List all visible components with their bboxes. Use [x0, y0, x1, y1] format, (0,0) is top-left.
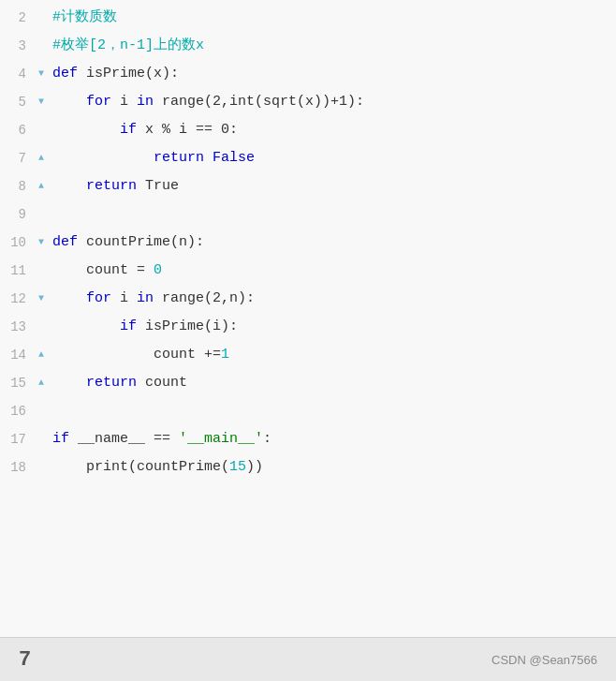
fold-icon[interactable]: ▲ — [34, 341, 49, 369]
code-content: for i in range(2,n): — [49, 285, 255, 313]
code-line: 17if __name__ == '__main__': — [0, 425, 616, 453]
code-content: def isPrime(x): — [49, 60, 179, 88]
code-line: 10▼def countPrime(n): — [0, 229, 616, 257]
line-number: 3 — [0, 32, 34, 60]
line-number: 15 — [0, 369, 34, 397]
fold-icon[interactable]: ▼ — [34, 88, 49, 116]
fold-icon[interactable]: ▼ — [34, 60, 49, 88]
line-number: 6 — [0, 116, 34, 144]
code-content: if __name__ == '__main__': — [49, 425, 271, 453]
brand-label: CSDN @Sean7566 — [491, 653, 597, 667]
code-line: 7▲ return False — [0, 144, 616, 172]
code-line: 13 if isPrime(i): — [0, 313, 616, 341]
fold-icon[interactable]: ▼ — [34, 229, 49, 257]
code-line: 14▲ count +=1 — [0, 341, 616, 369]
page-number: 7 — [19, 648, 31, 672]
line-number: 8 — [0, 172, 34, 200]
line-number: 18 — [0, 453, 34, 481]
line-number: 17 — [0, 425, 34, 453]
line-number: 12 — [0, 285, 34, 313]
line-number: 13 — [0, 313, 34, 341]
line-number: 14 — [0, 341, 34, 369]
code-line: 15▲ return count — [0, 369, 616, 397]
code-content: return False — [49, 144, 255, 172]
code-line: 4▼def isPrime(x): — [0, 60, 616, 88]
code-content: return count — [49, 369, 187, 397]
line-number: 7 — [0, 144, 34, 172]
code-line: 6 if x % i == 0: — [0, 116, 616, 144]
code-line: 18 print(countPrime(15)) — [0, 453, 616, 481]
line-number: 9 — [0, 200, 34, 229]
code-line: 5▼ for i in range(2,int(sqrt(x))+1): — [0, 88, 616, 116]
code-content: count +=1 — [49, 341, 229, 369]
code-content: count = 0 — [49, 257, 162, 285]
code-content: #计数质数 — [49, 4, 117, 32]
code-line: 9 — [0, 200, 616, 229]
code-line: 11 count = 0 — [0, 257, 616, 285]
line-number: 16 — [0, 397, 34, 425]
footer: 7 CSDN @Sean7566 — [0, 637, 616, 681]
line-number: 11 — [0, 257, 34, 285]
code-editor: 2#计数质数3#枚举[2，n-1]上的数x4▼def isPrime(x):5▼… — [0, 0, 616, 637]
code-content: def countPrime(n): — [49, 229, 204, 257]
code-content: print(countPrime(15)) — [49, 453, 263, 481]
line-number: 4 — [0, 60, 34, 88]
line-number: 10 — [0, 229, 34, 257]
code-content: return True — [49, 172, 179, 200]
code-content: if x % i == 0: — [49, 116, 238, 144]
fold-icon[interactable]: ▲ — [34, 172, 49, 200]
line-number: 2 — [0, 4, 34, 32]
code-line: 12▼ for i in range(2,n): — [0, 285, 616, 313]
code-content: for i in range(2,int(sqrt(x))+1): — [49, 88, 364, 116]
code-content: #枚举[2，n-1]上的数x — [49, 32, 204, 60]
fold-icon[interactable]: ▲ — [34, 144, 49, 172]
code-content: if isPrime(i): — [49, 313, 238, 341]
fold-icon[interactable]: ▼ — [34, 285, 49, 313]
code-line: 8▲ return True — [0, 172, 616, 200]
code-line: 16 — [0, 397, 616, 425]
line-number: 5 — [0, 88, 34, 116]
code-line: 3#枚举[2，n-1]上的数x — [0, 32, 616, 60]
fold-icon[interactable]: ▲ — [34, 369, 49, 397]
code-line: 2#计数质数 — [0, 4, 616, 32]
